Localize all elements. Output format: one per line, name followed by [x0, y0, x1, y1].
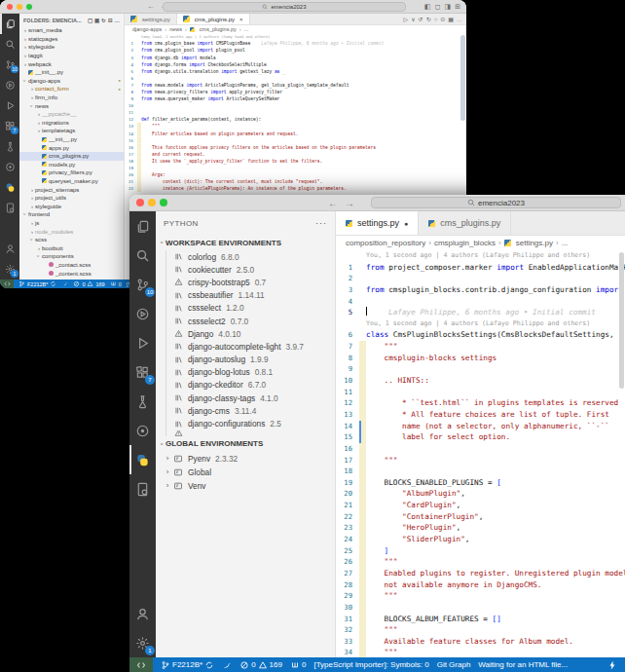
toolbar-glyph-icon[interactable]: ◧: [424, 3, 431, 11]
source-control-icon[interactable]: 10: [0, 55, 19, 75]
toolbar-glyph-icon[interactable]: ◻: [435, 3, 441, 11]
w-counter-status[interactable]: 0: [110, 280, 122, 287]
tree-item[interactable]: ›bootbutt: [19, 243, 124, 252]
tree-item[interactable]: ›styleguide: [19, 202, 124, 210]
settings-icon[interactable]: 1: [129, 628, 156, 657]
package-item[interactable]: cssselect20.7.0: [166, 315, 335, 327]
package-item[interactable]: Django4.0.10: [166, 327, 335, 340]
code-area[interactable]: You, 1 second ago | 4 authors (Lafaye Ph…: [336, 250, 625, 657]
tree-item[interactable]: ›js: [19, 219, 124, 228]
package-item[interactable]: cssselect1.2.0: [166, 302, 335, 315]
problems-status[interactable]: 0 169: [239, 660, 282, 670]
search-icon[interactable]: [0, 34, 19, 55]
toolbar-glyph-icon[interactable]: ⊙: [440, 16, 445, 22]
minimize-window-button[interactable]: [148, 199, 156, 206]
toolbar-glyph-icon[interactable]: ⊞: [455, 3, 460, 11]
file-tree[interactable]: ›smart_media›staticpages›styleguide›tagg…: [19, 26, 124, 280]
tree-item[interactable]: __init__.py: [19, 135, 124, 144]
package-item[interactable]: django-classy-tags4.1.0: [166, 392, 335, 404]
explorer-action-icons[interactable]: ▢▣↻⊟…: [88, 18, 120, 23]
package-item[interactable]: cssbeautifier1.14.11: [166, 289, 335, 302]
zoom-window-button[interactable]: [26, 4, 32, 10]
account-icon[interactable]: [129, 599, 156, 628]
zoom-window-button[interactable]: [160, 199, 167, 206]
command-center-search[interactable]: emencia2023: [371, 197, 621, 208]
tree-item[interactable]: ›taggit: [19, 52, 124, 60]
history-back-button[interactable]: ←: [147, 2, 155, 11]
python-icon[interactable]: [129, 445, 156, 474]
extensions-icon[interactable]: 7: [129, 357, 156, 387]
more-actions-icon[interactable]: ···: [315, 218, 327, 228]
tab-settings-py[interactable]: settings.py ●: [336, 211, 419, 235]
tree-item[interactable]: ›templatetags: [19, 127, 124, 135]
toolbar-glyph-icon[interactable]: ↺: [419, 16, 423, 22]
tree-item[interactable]: _contact.scss: [19, 261, 124, 270]
debug-pointer-icon[interactable]: [129, 299, 156, 328]
modified-dot-icon[interactable]: ●: [404, 220, 408, 227]
global-environments-header[interactable]: › GLOBAL ENVIRONMENTS: [156, 436, 335, 452]
command-center-search[interactable]: emencia2023: [163, 2, 406, 12]
git-graph-status[interactable]: Git Graph: [437, 660, 471, 669]
tree-item[interactable]: ›node_modules: [19, 227, 124, 236]
package-item[interactable]: cookiecutter2.5.0: [166, 263, 335, 276]
global-env-item[interactable]: ›Global: [156, 466, 335, 479]
zap-status[interactable]: [607, 660, 625, 670]
workspace-environments-header[interactable]: › WORKSPACE ENVIRONMENTS: [156, 235, 335, 250]
jupyter-icon[interactable]: [0, 157, 19, 177]
toolbar-glyph-icon[interactable]: ▷: [404, 16, 409, 22]
layout-toggle-icons[interactable]: ◧◻◨⊞: [424, 0, 460, 13]
runner-icon[interactable]: [0, 198, 19, 218]
account-icon[interactable]: [0, 239, 19, 259]
search-icon[interactable]: [129, 241, 156, 270]
tree-item[interactable]: apps.py: [19, 143, 124, 152]
package-list[interactable]: colorlog6.8.0cookiecutter2.5.0crispy-boo…: [165, 250, 335, 436]
tree-item[interactable]: ›components: [19, 252, 124, 261]
problems-status[interactable]: 0 169: [73, 280, 104, 287]
close-window-button[interactable]: [7, 4, 13, 10]
editor-front[interactable]: settings.py ● cms_plugins.py composition…: [336, 211, 625, 657]
toolbar-glyph-icon[interactable]: ∨: [411, 16, 415, 22]
files-icon[interactable]: [0, 14, 19, 34]
toolbar-glyph-icon[interactable]: ◨: [445, 3, 452, 11]
toolbar-glyph-icon[interactable]: …: [457, 17, 462, 22]
tree-item[interactable]: ›frontend: [19, 210, 124, 219]
global-env-list[interactable]: ›Pyenv2.3.32›Global›Venv: [156, 452, 335, 493]
tab-cms-plugins-py[interactable]: cms_plugins.py: [419, 211, 511, 235]
package-item[interactable]: colorlog6.8.0: [166, 250, 335, 263]
global-env-item[interactable]: ›Pyenv2.3.32: [156, 452, 335, 466]
tree-item[interactable]: ›news: [19, 101, 124, 110]
package-item[interactable]: crispy-bootstrap50.7: [166, 276, 335, 288]
remote-indicator[interactable]: [129, 657, 153, 672]
scrollbar[interactable]: [460, 35, 465, 121]
tree-item[interactable]: privacy_filters.py: [19, 168, 124, 177]
history-back-button[interactable]: ←: [328, 198, 338, 208]
tab-settings-py[interactable]: settings.py: [125, 14, 177, 24]
package-item[interactable]: django-blog-lotus0.8.1: [166, 366, 335, 379]
tree-item[interactable]: ›project_sitemaps: [19, 185, 124, 194]
ts-importer-status[interactable]: [TypeScript Importer]: Symbols: 0: [313, 660, 428, 669]
extension-bird-status[interactable]: [61, 280, 68, 287]
package-item[interactable]: django-autoslug1.9.9: [166, 354, 335, 366]
toolbar-glyph-icon[interactable]: ○: [434, 17, 438, 22]
package-item[interactable]: django-cms3.11.4: [166, 404, 335, 417]
package-item[interactable]: django-configurations2.5: [166, 417, 335, 429]
tree-item[interactable]: cms_plugins.py: [19, 152, 124, 161]
run-icon[interactable]: [129, 328, 156, 357]
debug-pointer-icon[interactable]: [0, 75, 19, 95]
tree-item[interactable]: ›webpack: [19, 59, 124, 68]
package-item[interactable]: django-ckeditor6.7.0: [166, 379, 335, 392]
close-window-button[interactable]: [136, 199, 144, 206]
toolbar-glyph-icon[interactable]: …: [115, 18, 121, 23]
tree-item[interactable]: queryset_maker.py: [19, 177, 124, 186]
toolbar-glyph-icon[interactable]: ▢: [88, 18, 92, 23]
tree-item[interactable]: _content.scss: [19, 269, 124, 278]
toolbar-glyph-icon[interactable]: ▣: [94, 18, 99, 23]
breadcrumb[interactable]: django-apps› news› cms_plugins.py› ...: [125, 25, 466, 33]
scrollbar[interactable]: [619, 252, 624, 389]
waiting-html-status[interactable]: Waiting for an HTML file...: [478, 660, 568, 669]
package-item[interactable]: django-autocomplete-light3.9.7: [166, 340, 335, 353]
files-icon[interactable]: [129, 211, 156, 241]
editor-actions[interactable]: ▷∨↺↻○⊙▦…: [404, 14, 466, 24]
tree-item[interactable]: ›contact_form●: [19, 85, 124, 93]
tree-item[interactable]: ›smart_media: [19, 26, 124, 35]
